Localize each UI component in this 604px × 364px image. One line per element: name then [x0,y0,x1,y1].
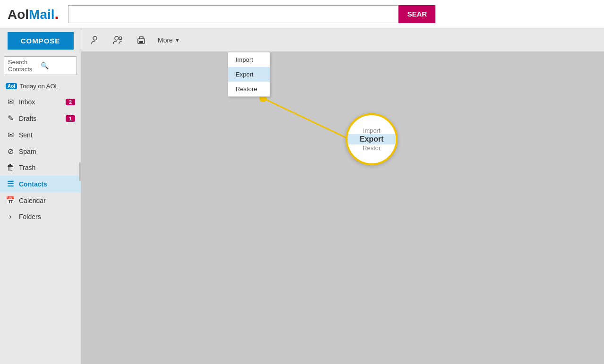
folders-icon: › [6,212,15,221]
badge-inbox: 2 [66,99,75,105]
add-group-button[interactable] [109,32,128,48]
main-content: More ▼ Import Export Restore Import Expo… [81,28,604,364]
app-body: COMPOSE Search Contacts 🔍 Aol Today on A… [0,28,604,364]
dropdown-item-import[interactable]: Import [228,52,270,67]
sidebar-item-spam[interactable]: ⊘Spam [0,143,81,160]
group-add-icon [112,35,125,45]
print-button[interactable] [132,32,150,48]
header: Aol Mail . SEAR [0,0,604,28]
sidebar-item-contacts[interactable]: ☰Contacts [0,176,81,192]
sent-icon: ✉ [6,130,15,139]
logo-mail: Mail [29,7,54,22]
inbox-icon: ✉ [6,97,15,106]
calendar-icon: 📅 [6,196,15,205]
search-icon: 🔍 [41,62,73,69]
svg-rect-4 [139,41,143,43]
aol-badge: Aol [6,83,17,89]
drafts-icon: ✎ [6,114,15,123]
contacts-icon: ☰ [6,179,15,188]
dropdown-item-export[interactable]: Export [228,67,270,82]
sidebar-item-sent[interactable]: ✉Sent [0,127,81,143]
compose-button[interactable]: COMPOSE [8,32,74,50]
sidebar-item-trash[interactable]: 🗑Trash [0,160,81,176]
spam-icon: ⊘ [6,147,15,156]
sidebar-item-calendar[interactable]: 📅Calendar [0,192,81,209]
badge-drafts: 1 [66,115,75,122]
sidebar-item-label-trash: Trash [19,164,35,171]
zoom-circle: Import Export Restor [346,113,398,165]
svg-line-5 [263,98,369,149]
trash-icon: 🗑 [6,163,15,172]
search-contacts-label: Search Contacts [8,59,41,73]
sidebar-item-drafts[interactable]: ✎Drafts1 [0,110,81,127]
person-add-icon [91,35,101,45]
zoom-restore-label: Restor [363,144,381,152]
sidebar-item-label-contacts: Contacts [19,180,47,188]
folders-label: Folders [19,213,41,220]
more-button[interactable]: More ▼ [154,34,184,47]
logo: Aol Mail . [8,5,59,23]
nav-items: ✉Inbox2✎Drafts1✉Sent⊘Spam🗑Trash☰Contacts… [0,93,81,209]
sidebar-item-label-sent: Sent [19,131,33,139]
print-icon [136,35,146,45]
dropdown-item-restore[interactable]: Restore [228,82,270,96]
sidebar-item-folders[interactable]: › Folders [0,209,81,225]
sidebar-item-label-spam: Spam [19,148,36,155]
search-button[interactable]: SEAR [399,5,435,23]
sidebar-item-label-drafts: Drafts [19,115,36,122]
svg-point-1 [115,36,119,40]
zoom-export-label: Export [348,134,396,144]
search-input[interactable] [68,5,399,23]
svg-point-2 [119,37,122,40]
sidebar-item-inbox[interactable]: ✉Inbox2 [0,93,81,110]
chevron-down-icon: ▼ [175,37,180,43]
sidebar-item-label-inbox: Inbox [19,98,35,106]
svg-point-0 [93,36,97,40]
more-dropdown-menu: Import Export Restore [228,52,270,97]
add-contact-button[interactable] [87,32,105,48]
sidebar-resizer[interactable] [79,162,81,181]
sidebar-item-label-calendar: Calendar [19,197,46,204]
today-aol-label: Today on AOL [20,83,59,90]
logo-aol: Aol [8,7,29,22]
sidebar-item-today-aol[interactable]: Aol Today on AOL [0,79,81,93]
zoom-import-label: Import [363,127,381,134]
sidebar: COMPOSE Search Contacts 🔍 Aol Today on A… [0,28,81,364]
more-label: More [158,36,173,44]
logo-dot: . [55,5,59,23]
contacts-toolbar: More ▼ [81,28,604,52]
search-contacts[interactable]: Search Contacts 🔍 [4,56,77,75]
